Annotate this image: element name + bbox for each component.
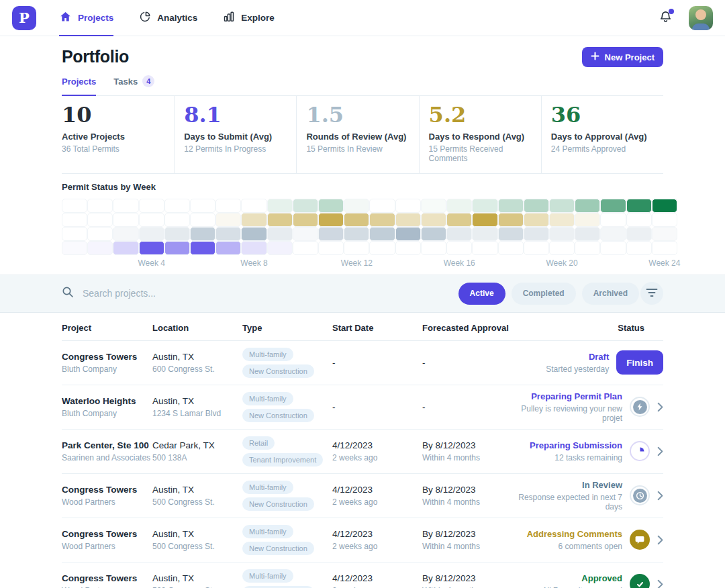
status-subtext: Response expected in next 7 days bbox=[514, 493, 622, 511]
heatmap-cell bbox=[395, 241, 421, 255]
heatmap-cell bbox=[113, 241, 138, 255]
chevron-right-icon[interactable] bbox=[657, 446, 663, 456]
heatmap-title: Permit Status by Week bbox=[62, 182, 663, 192]
filter-pill-active[interactable]: Active bbox=[458, 283, 505, 305]
heatmap-cell bbox=[421, 199, 446, 213]
forecasted-approval: - bbox=[422, 402, 514, 412]
heatmap-cell bbox=[139, 199, 164, 213]
heatmap-cell bbox=[369, 199, 395, 213]
start-date-relative: 2 weeks ago bbox=[332, 586, 422, 588]
location-city: Austin, TX bbox=[152, 396, 242, 406]
heatmap-cell bbox=[472, 213, 497, 227]
heatmap-cell bbox=[600, 199, 626, 213]
filter-pill-completed[interactable]: Completed bbox=[512, 283, 576, 305]
chevron-right-icon[interactable] bbox=[657, 491, 663, 501]
filter-pill-archived[interactable]: Archived bbox=[582, 283, 639, 305]
start-date: 4/12/2023 bbox=[332, 440, 422, 450]
nav-right bbox=[657, 6, 713, 30]
heatmap-cell bbox=[626, 227, 652, 241]
location-city: Austin, TX bbox=[152, 485, 242, 495]
app-logo[interactable]: P bbox=[12, 6, 36, 30]
type-tag: New Construction bbox=[242, 364, 314, 378]
tab-tasks[interactable]: Tasks 4 bbox=[113, 75, 154, 95]
avatar[interactable] bbox=[689, 6, 713, 30]
filter-button[interactable] bbox=[640, 282, 663, 305]
type-cell: Multi-familyNew Construction bbox=[242, 348, 332, 378]
table-row[interactable]: Congress Towers Bluth Company Austin, TX… bbox=[62, 341, 663, 385]
heatmap-section: Permit Status by Week Week 4Week 8Week 1… bbox=[62, 182, 663, 268]
heatmap-cell bbox=[190, 199, 215, 213]
search-input[interactable] bbox=[81, 287, 296, 299]
start-date-cell: - bbox=[332, 402, 422, 412]
table-header: ProjectLocationTypeStart DateForecasted … bbox=[62, 313, 663, 341]
forecasted-approval-cell: By 8/12/2023 Within 4 months bbox=[422, 573, 514, 588]
heatmap-cell bbox=[87, 241, 113, 255]
table-row[interactable]: Waterloo Heights Bluth Company Austin, T… bbox=[62, 385, 663, 430]
status-cell: Addressing Comments 6 comments open bbox=[514, 529, 663, 551]
week-label: Week 20 bbox=[546, 258, 577, 268]
page-title: Portfolio bbox=[62, 47, 129, 66]
start-date-cell: 4/12/2023 2 weeks ago bbox=[332, 573, 422, 588]
week-label: Week 4 bbox=[138, 258, 164, 268]
project-company: Bluth Company bbox=[62, 409, 152, 418]
column-header-location: Location bbox=[152, 323, 242, 333]
finish-button[interactable]: Finish bbox=[616, 350, 663, 375]
week-label: Week 12 bbox=[341, 258, 373, 268]
stat-subtext: 15 Permits Received Comments bbox=[429, 144, 541, 163]
heatmap-cell bbox=[293, 241, 318, 255]
status-cell: Approved All 7 permits approved bbox=[514, 573, 663, 588]
nav-item-explore[interactable]: Explore bbox=[223, 0, 275, 36]
heatmap-cell bbox=[524, 199, 549, 213]
chevron-right-icon[interactable] bbox=[657, 535, 663, 545]
new-project-button[interactable]: New Project bbox=[582, 47, 663, 67]
type-tag: New Construction bbox=[242, 542, 314, 555]
heatmap-cell bbox=[164, 241, 190, 255]
stat-label: Days to Submit (Avg) bbox=[184, 132, 296, 142]
heatmap-cell bbox=[472, 241, 497, 255]
forecasted-approval: By 8/12/2023 bbox=[422, 573, 514, 583]
chevron-right-icon[interactable] bbox=[657, 579, 663, 588]
project-company: Wood Partners bbox=[62, 542, 152, 551]
heatmap-cell bbox=[87, 227, 113, 241]
heatmap-cell bbox=[62, 199, 87, 213]
heatmap-cell bbox=[293, 199, 318, 213]
heatmap-cell bbox=[498, 213, 524, 227]
week-label: Week 24 bbox=[648, 258, 680, 268]
start-date: 4/12/2023 bbox=[332, 485, 422, 495]
projects-table: ProjectLocationTypeStart DateForecasted … bbox=[0, 313, 725, 588]
nav-item-analytics[interactable]: Analytics bbox=[139, 0, 197, 36]
notifications-button[interactable] bbox=[657, 9, 674, 28]
heatmap-cell bbox=[113, 227, 138, 241]
status-label: Approved bbox=[542, 573, 622, 583]
status-cell: Preparing Permit Plan Pulley is reviewin… bbox=[514, 391, 663, 423]
tab-projects[interactable]: Projects bbox=[62, 75, 96, 95]
table-row[interactable]: Park Center, Ste 100 Saarinen and Associ… bbox=[62, 430, 663, 474]
heatmap-cell bbox=[446, 241, 472, 255]
type-tag: New Construction bbox=[242, 586, 314, 588]
nav-item-projects[interactable]: Projects bbox=[59, 0, 113, 36]
forecasted-approval: - bbox=[422, 358, 514, 368]
table-row[interactable]: Congress Towers Wood Partners Austin, TX… bbox=[62, 474, 663, 518]
project-name: Congress Towers bbox=[62, 352, 152, 362]
table-row[interactable]: Congress Towers Wood Partners Austin, TX… bbox=[62, 518, 663, 562]
heatmap-cell bbox=[626, 241, 652, 255]
heatmap-cell bbox=[113, 199, 138, 213]
heatmap-cell bbox=[498, 241, 524, 255]
column-header-project: Project bbox=[62, 323, 152, 333]
heatmap-cell bbox=[293, 227, 318, 241]
heatmap-cell bbox=[241, 213, 267, 227]
week-label: Week 8 bbox=[240, 258, 267, 268]
project-cell: Congress Towers Wood Partners bbox=[62, 573, 152, 588]
heatmap-cell bbox=[62, 227, 87, 241]
heatmap-cell bbox=[215, 227, 241, 241]
heatmap-cell bbox=[318, 213, 344, 227]
heatmap-cell bbox=[267, 227, 293, 241]
start-date-relative: 2 weeks ago bbox=[332, 497, 422, 507]
stat-value: 5.2 bbox=[429, 104, 541, 126]
location-address: 500 138A bbox=[152, 453, 242, 462]
heatmap-cell bbox=[62, 241, 87, 255]
chevron-right-icon[interactable] bbox=[657, 402, 663, 412]
start-date-relative: 2 weeks ago bbox=[332, 453, 422, 462]
table-row[interactable]: Congress Towers Wood Partners Austin, TX… bbox=[62, 562, 663, 588]
heatmap-cell bbox=[498, 227, 524, 241]
